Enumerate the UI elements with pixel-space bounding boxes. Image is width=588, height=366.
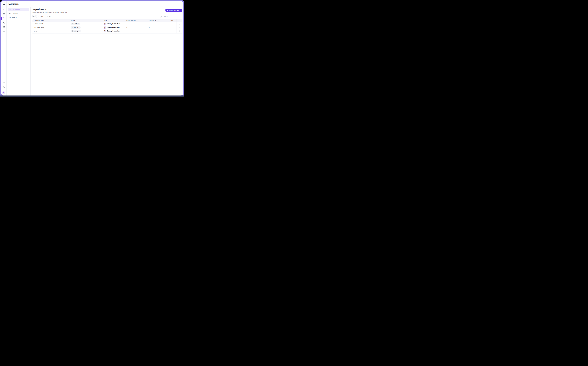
- last-run-on: -: [148, 22, 169, 26]
- table-row[interactable]: adca testing: [32, 29, 182, 33]
- sort-button[interactable]: Sort: [45, 15, 52, 18]
- filter-icon: [38, 16, 39, 17]
- table-row[interactable]: Testing eval 2 testD9: [32, 22, 182, 26]
- agent-name: Beauty Consultant: [107, 23, 120, 25]
- column-header: Last Run Status: [125, 19, 148, 22]
- last-run-status: -: [125, 29, 148, 33]
- top-header: Evaluation: [7, 1, 183, 7]
- external-link-icon: [78, 23, 79, 24]
- agent-avatar: [103, 30, 106, 32]
- sidebar-item-label: Datasets: [12, 13, 17, 15]
- runs-count: [169, 26, 176, 29]
- bottom-bar: [0, 95, 184, 97]
- column-header: Last Run On: [148, 19, 169, 22]
- table-toolbar: Filter Sort: [32, 15, 182, 18]
- plus-minus-one-icon: ±1: [9, 17, 11, 18]
- column-header: Agent: [102, 19, 125, 22]
- filter-label: Filter: [40, 16, 43, 17]
- experiments-table: Experiment Name Dataset Agent Last Run S…: [32, 19, 182, 34]
- app-window: D Evaluation Experimen: [1, 1, 183, 95]
- refresh-icon: [33, 16, 35, 17]
- section-subtitle: Create and manage experiments to evaluat…: [32, 11, 67, 13]
- zap-icon[interactable]: [2, 8, 6, 11]
- experiment-name: adca: [32, 29, 69, 33]
- dataset-name: TestD8: [73, 27, 78, 28]
- screen: D Evaluation Experimen: [0, 0, 184, 97]
- experiment-name: Testing eval 2: [32, 22, 69, 26]
- page-title: Evaluation: [8, 3, 19, 5]
- user-avatar[interactable]: D: [2, 92, 5, 94]
- section-title: Experiments: [32, 8, 67, 11]
- search-box: [160, 15, 182, 18]
- plus-icon: +: [167, 9, 168, 11]
- agent-name: Beauty Consultant: [107, 27, 120, 28]
- experiment-name: Test experiment: [32, 26, 69, 29]
- dataset-name: testing: [73, 30, 78, 32]
- sidebar-item-label: Experiments: [12, 9, 20, 11]
- dataset-grid-icon: [72, 27, 73, 28]
- refresh-button[interactable]: [32, 15, 36, 18]
- app-logo-icon: [2, 2, 5, 5]
- agent-avatar: [103, 26, 106, 29]
- search-icon: [161, 16, 163, 17]
- panel-layout-icon[interactable]: [2, 12, 6, 15]
- bell-icon[interactable]: [2, 81, 6, 84]
- dataset-chip[interactable]: testD9: [71, 23, 80, 25]
- external-link-icon: [78, 30, 79, 32]
- dataset-chip[interactable]: testing: [71, 30, 80, 32]
- sort-label: Sort: [48, 16, 51, 17]
- filter-button[interactable]: Filter: [36, 15, 44, 18]
- agent-name: Beauty Consultant: [107, 30, 120, 32]
- content-row: Experiments Datasets ±1 Metrics: [7, 7, 183, 95]
- external-link-icon: [78, 27, 79, 28]
- active-nav-indicator: [1, 16, 2, 20]
- runs-count: [169, 29, 176, 33]
- sidebar-item-experiments[interactable]: Experiments: [8, 8, 29, 11]
- sparkles-icon[interactable]: [2, 16, 6, 20]
- agent-avatar: [103, 23, 106, 25]
- row-menu-kebab-icon[interactable]: [179, 23, 180, 25]
- workflow-icon[interactable]: [2, 21, 6, 24]
- column-header: Dataset: [69, 19, 102, 22]
- settings-icon[interactable]: [2, 85, 6, 89]
- column-header: Experiment Name: [32, 19, 69, 22]
- column-header: Runs: [169, 19, 176, 22]
- lightbulb-icon: [9, 9, 11, 11]
- table-footer: [32, 33, 182, 34]
- main-area: Experiments Create and manage experiment…: [31, 7, 183, 95]
- icon-rail: D: [1, 1, 7, 95]
- grid-icon[interactable]: [2, 30, 6, 33]
- runs-count: [169, 22, 176, 26]
- sidebar: Experiments Datasets ±1 Metrics: [7, 7, 31, 95]
- last-run-on: -: [148, 29, 169, 33]
- dataset-grid-icon: [72, 30, 73, 32]
- last-run-status: -: [125, 22, 148, 26]
- table-header-row: Experiment Name Dataset Agent Last Run S…: [32, 19, 182, 22]
- sidebar-item-label: Metrics: [12, 16, 16, 18]
- rail-nav: [2, 8, 6, 33]
- dataset-chip[interactable]: TestD8: [71, 26, 80, 29]
- sidebar-item-metrics[interactable]: ±1 Metrics: [8, 16, 29, 19]
- sort-icon: [46, 16, 48, 17]
- dataset-grid-icon: [72, 23, 73, 24]
- last-run-status: -: [125, 26, 148, 29]
- table-icon[interactable]: [2, 25, 6, 29]
- new-experiment-label: New Experiment: [169, 9, 180, 11]
- rail-bottom: [2, 81, 6, 89]
- sidebar-item-datasets[interactable]: Datasets: [8, 12, 29, 15]
- rail-divider: [1, 90, 7, 91]
- table-row[interactable]: Test experiment TestD8: [32, 26, 182, 29]
- heading-block: Experiments Create and manage experiment…: [32, 8, 67, 13]
- new-experiment-button[interactable]: + New Experiment: [166, 9, 182, 12]
- search-input[interactable]: [163, 15, 181, 17]
- column-header: [176, 19, 182, 22]
- table-icon: [9, 13, 11, 15]
- row-menu-kebab-icon[interactable]: [179, 26, 180, 29]
- page-head: Experiments Create and manage experiment…: [32, 8, 182, 13]
- dataset-name: testD9: [73, 23, 78, 24]
- row-menu-kebab-icon[interactable]: [179, 30, 180, 32]
- right-pane: Evaluation Experiments: [7, 1, 183, 95]
- last-run-on: -: [148, 26, 169, 29]
